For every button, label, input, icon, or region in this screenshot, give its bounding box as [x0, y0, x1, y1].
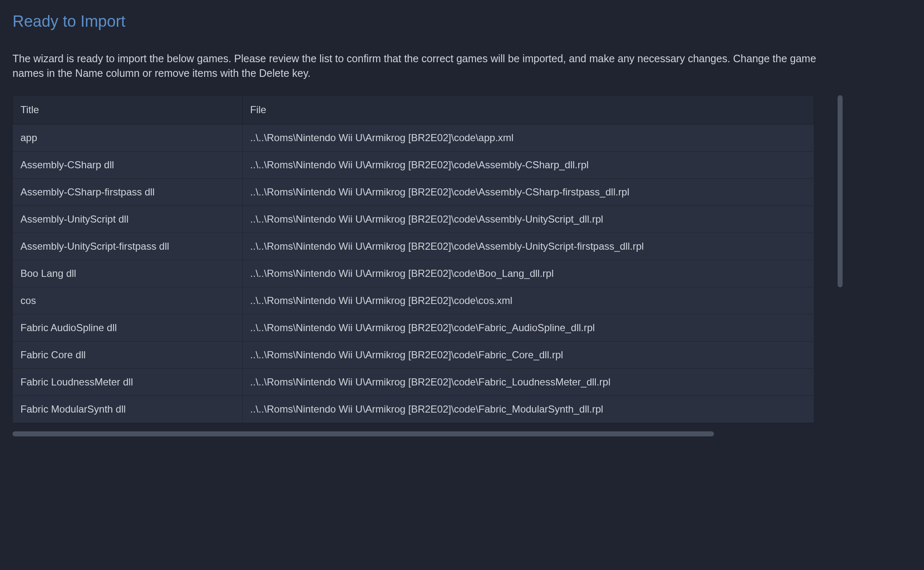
import-table[interactable]: Title File app ..\..\Roms\Nintendo Wii U… [13, 95, 814, 423]
cell-title[interactable]: Assembly-UnityScript dll [13, 206, 243, 233]
cell-file[interactable]: ..\..\Roms\Nintendo Wii U\Armikrog [BR2E… [243, 342, 814, 369]
cell-title[interactable]: app [13, 124, 243, 152]
column-header-file[interactable]: File [243, 96, 814, 124]
horizontal-scrollbar-thumb[interactable] [13, 431, 714, 436]
cell-file[interactable]: ..\..\Roms\Nintendo Wii U\Armikrog [BR2E… [243, 206, 814, 233]
cell-title[interactable]: cos [13, 287, 243, 314]
table-row[interactable]: Assembly-CSharp dll ..\..\Roms\Nintendo … [13, 152, 814, 179]
cell-title[interactable]: Assembly-CSharp-firstpass dll [13, 179, 243, 206]
table-row[interactable]: Fabric LoudnessMeter dll ..\..\Roms\Nint… [13, 369, 814, 396]
cell-file[interactable]: ..\..\Roms\Nintendo Wii U\Armikrog [BR2E… [243, 314, 814, 342]
cell-title[interactable]: Assembly-UnityScript-firstpass dll [13, 233, 243, 260]
table-scroll-area[interactable]: Title File app ..\..\Roms\Nintendo Wii U… [13, 95, 831, 423]
table-row[interactable]: Fabric ModularSynth dll ..\..\Roms\Ninte… [13, 396, 814, 423]
cell-file[interactable]: ..\..\Roms\Nintendo Wii U\Armikrog [BR2E… [243, 233, 814, 260]
cell-file[interactable]: ..\..\Roms\Nintendo Wii U\Armikrog [BR2E… [243, 287, 814, 314]
cell-title[interactable]: Assembly-CSharp dll [13, 152, 243, 179]
cell-file[interactable]: ..\..\Roms\Nintendo Wii U\Armikrog [BR2E… [243, 369, 814, 396]
vertical-scrollbar-thumb[interactable] [838, 95, 843, 287]
import-table-container: Title File app ..\..\Roms\Nintendo Wii U… [13, 95, 831, 436]
table-body: app ..\..\Roms\Nintendo Wii U\Armikrog [… [13, 124, 814, 423]
cell-file[interactable]: ..\..\Roms\Nintendo Wii U\Armikrog [BR2E… [243, 124, 814, 152]
table-row[interactable]: Assembly-UnityScript-firstpass dll ..\..… [13, 233, 814, 260]
vertical-scrollbar[interactable] [838, 95, 843, 287]
cell-file[interactable]: ..\..\Roms\Nintendo Wii U\Armikrog [BR2E… [243, 179, 814, 206]
table-row[interactable]: cos ..\..\Roms\Nintendo Wii U\Armikrog [… [13, 287, 814, 314]
table-row[interactable]: app ..\..\Roms\Nintendo Wii U\Armikrog [… [13, 124, 814, 152]
cell-title[interactable]: Fabric Core dll [13, 342, 243, 369]
wizard-description: The wizard is ready to import the below … [13, 51, 831, 81]
cell-title[interactable]: Boo Lang dll [13, 260, 243, 287]
column-header-title[interactable]: Title [13, 96, 243, 124]
cell-file[interactable]: ..\..\Roms\Nintendo Wii U\Armikrog [BR2E… [243, 396, 814, 423]
cell-title[interactable]: Fabric LoudnessMeter dll [13, 369, 243, 396]
table-row[interactable]: Assembly-CSharp-firstpass dll ..\..\Roms… [13, 179, 814, 206]
table-row[interactable]: Assembly-UnityScript dll ..\..\Roms\Nint… [13, 206, 814, 233]
table-row[interactable]: Fabric Core dll ..\..\Roms\Nintendo Wii … [13, 342, 814, 369]
page-title: Ready to Import [13, 13, 911, 30]
cell-file[interactable]: ..\..\Roms\Nintendo Wii U\Armikrog [BR2E… [243, 152, 814, 179]
table-row[interactable]: Boo Lang dll ..\..\Roms\Nintendo Wii U\A… [13, 260, 814, 287]
cell-title[interactable]: Fabric AudioSpline dll [13, 314, 243, 342]
cell-title[interactable]: Fabric ModularSynth dll [13, 396, 243, 423]
horizontal-scrollbar[interactable] [13, 431, 814, 436]
table-header-row: Title File [13, 96, 814, 124]
table-row[interactable]: Fabric AudioSpline dll ..\..\Roms\Ninten… [13, 314, 814, 342]
cell-file[interactable]: ..\..\Roms\Nintendo Wii U\Armikrog [BR2E… [243, 260, 814, 287]
